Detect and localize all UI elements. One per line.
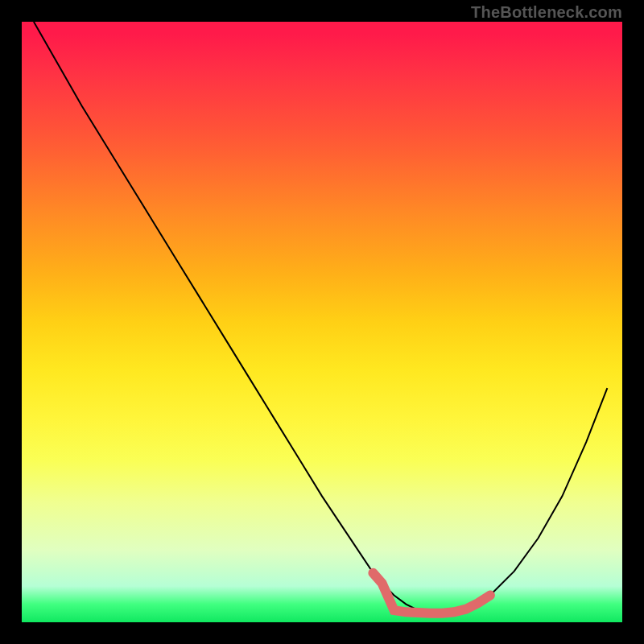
main-curve [34, 22, 607, 613]
plot-area [22, 22, 622, 622]
watermark-text: TheBottleneck.com [471, 3, 622, 22]
chart-container: TheBottleneck.com [0, 0, 644, 644]
curve-layer [22, 22, 622, 622]
highlight-segment [373, 573, 489, 613]
